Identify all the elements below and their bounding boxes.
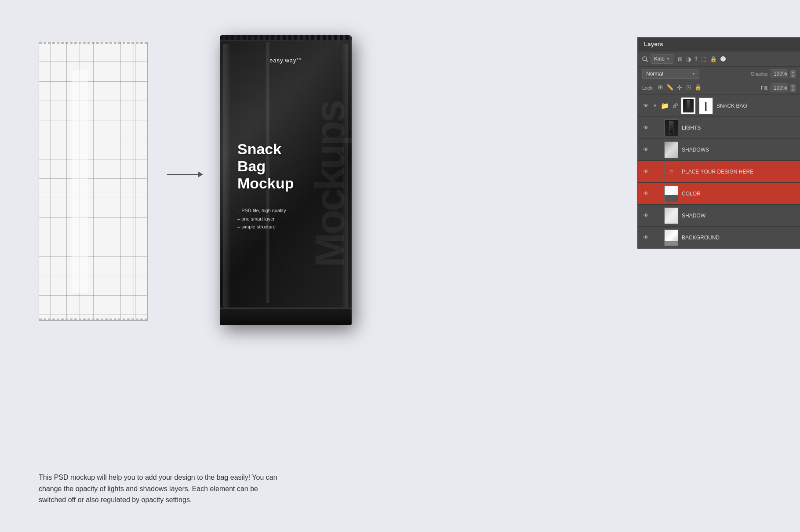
dark-bag-brand: easy.wayTM	[269, 57, 302, 64]
fill-down-button[interactable]: ▼	[790, 88, 796, 92]
layer-name: BACKGROUND	[682, 235, 796, 241]
dark-bag-watermark-text: Mockups	[306, 102, 352, 268]
bag-bottom-serration	[39, 318, 147, 321]
dark-bag-title: SnackBagMockup	[237, 141, 294, 192]
dark-bag-watermark: Mockups	[295, 62, 352, 308]
layer-row[interactable]: 👁 LIGHTS	[638, 117, 800, 139]
visibility-icon[interactable]: 👁	[642, 102, 649, 109]
layer-thumbnail	[664, 185, 678, 202]
lock-all-icon[interactable]: 🔒	[695, 84, 702, 92]
arrow-line	[167, 174, 198, 175]
lock-icons: ⊞ ✏️ ✛ ⊡ 🔒	[658, 84, 702, 92]
fill-stepper: ▲ ▼	[790, 84, 796, 92]
description-text: This PSD mockup will help you to add you…	[39, 472, 285, 506]
dark-bag-wrapper: Mockups easy.wayTM SnackBagMockup – PSD …	[220, 35, 352, 325]
layer-name: PLACE YOUR DESIGN HERE	[682, 169, 796, 175]
layer-thumbnail	[681, 98, 695, 114]
lock-position-icon[interactable]: ✛	[677, 84, 683, 92]
layer-name: SHADOW	[682, 213, 796, 219]
flat-bag	[39, 42, 148, 321]
search-icon	[642, 56, 648, 62]
svg-point-0	[643, 57, 647, 61]
panel-title: Layers	[644, 41, 663, 47]
layer-name: COLOR	[682, 191, 796, 197]
grid-lines	[39, 42, 147, 320]
layer-name: SHADOWS	[682, 147, 796, 153]
lock-artboards-icon[interactable]: ⊡	[686, 84, 691, 92]
visibility-icon[interactable]: 👁	[642, 124, 649, 131]
expand-icon[interactable]: ▼	[653, 103, 657, 108]
layer-mask-thumbnail: |	[699, 98, 713, 114]
layer-row[interactable]: 👁 SHADOWS	[638, 139, 800, 161]
bag-highlight	[72, 70, 88, 292]
layer-row[interactable]: 👁 COLOR	[638, 183, 800, 205]
dark-bag-subtitle: – PSD file, high quality – one smart lay…	[237, 206, 286, 231]
fill-label: Fill:	[761, 85, 768, 90]
layers-panel: Layers Kind ▼ ⊞ ◑ T ⬚ 🔒 Normal	[637, 37, 800, 249]
panel-toolbar: Kind ▼ ⊞ ◑ T ⬚ 🔒	[638, 51, 800, 67]
arrow-head	[198, 171, 203, 177]
opacity-input[interactable]: 100%	[771, 69, 788, 78]
layer-thumbnail	[664, 141, 678, 158]
dark-bag-bottom-fold	[220, 308, 352, 325]
dark-bag: Mockups easy.wayTM SnackBagMockup – PSD …	[220, 35, 352, 325]
adjustment-filter-icon[interactable]: ◑	[686, 56, 691, 62]
layer-row[interactable]: 👁 SHADOW	[638, 205, 800, 227]
fill-input[interactable]: 100%	[771, 83, 788, 92]
visibility-icon[interactable]: 👁	[642, 234, 649, 241]
layer-thumbnail	[664, 229, 678, 246]
blend-mode-row: Normal ▼ Opacity: 100% ▲ ▼	[638, 67, 800, 81]
bag-fold-right	[135, 42, 136, 320]
layer-row[interactable]: 👁 ▼ 📁 🔗 | SNACK BAG	[638, 95, 800, 117]
shape-filter-icon[interactable]: ⬚	[701, 56, 706, 62]
layer-name: SNACK BAG	[716, 103, 796, 109]
svg-line-1	[646, 60, 648, 62]
blend-mode-chevron: ▼	[692, 72, 695, 76]
tool-icons: ⊞ ◑ T ⬚ 🔒	[678, 56, 726, 62]
layer-thumbnail	[664, 119, 678, 136]
fill-group: Fill: 100% ▲ ▼	[761, 83, 796, 92]
blend-mode-dropdown[interactable]: Normal ▼	[642, 69, 699, 79]
arrow-container	[167, 171, 207, 177]
kind-dropdown[interactable]: Kind ▼	[651, 54, 673, 64]
layer-row[interactable]: 👁 BACKGROUND	[638, 227, 800, 249]
opacity-stepper: ▲ ▼	[790, 70, 796, 78]
canvas-area: Mockups easy.wayTM SnackBagMockup – PSD …	[0, 0, 576, 532]
lock-pixels-icon[interactable]: ⊞	[658, 84, 663, 92]
lock-image-icon[interactable]: ✏️	[666, 84, 673, 92]
visibility-icon[interactable]: 👁	[642, 212, 649, 219]
layer-row[interactable]: 👁 ≡ PLACE YOUR DESIGN HERE	[638, 161, 800, 183]
lock-row: Lock: ⊞ ✏️ ✛ ⊡ 🔒 Fill: 100% ▲ ▼	[638, 81, 800, 95]
layer-thumbnail: ≡	[664, 163, 678, 180]
lock-label: Lock:	[642, 85, 654, 90]
fill-up-button[interactable]: ▲	[790, 84, 796, 88]
layer-thumbnail	[664, 207, 678, 224]
opacity-up-button[interactable]: ▲	[790, 70, 796, 74]
circle-icon	[720, 56, 726, 62]
bag-fold-left	[50, 42, 51, 320]
layer-name: LIGHTS	[682, 125, 796, 131]
chevron-down-icon: ▼	[666, 57, 670, 61]
visibility-icon[interactable]: 👁	[642, 146, 649, 153]
visibility-icon[interactable]: 👁	[642, 190, 649, 197]
kind-label: Kind	[654, 56, 665, 62]
opacity-group: Opacity: 100% ▲ ▼	[751, 69, 796, 78]
folder-icon: 📁	[661, 102, 669, 110]
blend-mode-value: Normal	[646, 71, 663, 77]
chain-icon: 🔗	[673, 103, 678, 108]
pixel-filter-icon[interactable]: ⊞	[678, 56, 683, 62]
visibility-icon[interactable]: 👁	[642, 168, 649, 175]
smart-object-filter-icon[interactable]: 🔒	[710, 56, 717, 62]
opacity-down-button[interactable]: ▼	[790, 74, 796, 78]
panel-header: Layers	[638, 37, 800, 51]
opacity-label: Opacity:	[751, 71, 768, 76]
type-filter-icon[interactable]: T	[695, 56, 698, 62]
